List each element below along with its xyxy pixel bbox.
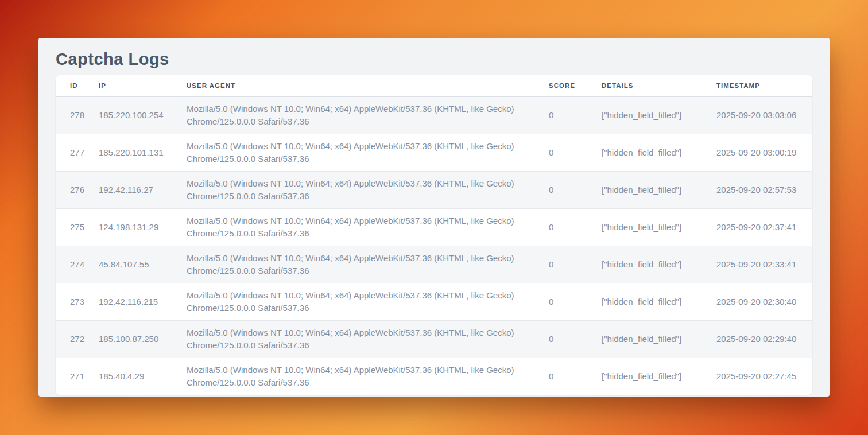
cell-user_agent: Mozilla/5.0 (Windows NT 10.0; Win64; x64… [187, 283, 549, 320]
cell-timestamp: 2025-09-20 03:00:19 [716, 134, 812, 171]
column-header-timestamp: TIMESTAMP [716, 75, 812, 96]
cell-id: 277 [56, 134, 99, 171]
cell-details: ["hidden_field_filled"] [602, 246, 716, 283]
cell-ip: 192.42.116.27 [99, 171, 187, 208]
cell-score: 0 [549, 246, 602, 283]
cell-details: ["hidden_field_filled"] [602, 134, 716, 171]
table-head: IDIPUSER AGENTSCOREDETAILSTIMESTAMP [56, 75, 812, 96]
cell-timestamp: 2025-09-20 02:29:40 [716, 320, 812, 358]
cell-ip: 185.220.101.131 [99, 134, 187, 171]
cell-ip: 192.42.116.215 [99, 283, 187, 320]
captcha-logs-card: Captcha Logs IDIPUSER AGENTSCOREDETAILST… [38, 38, 830, 397]
cell-user_agent: Mozilla/5.0 (Windows NT 10.0; Win64; x64… [187, 208, 549, 246]
page-background: { "page": { "title": "Captcha Logs" }, "… [0, 0, 868, 435]
cell-timestamp: 2025-09-20 02:37:41 [716, 208, 812, 246]
cell-score: 0 [549, 96, 602, 134]
cell-id: 274 [56, 246, 99, 283]
cell-user_agent: Mozilla/5.0 (Windows NT 10.0; Win64; x64… [187, 246, 549, 283]
cell-details: ["hidden_field_filled"] [602, 283, 716, 320]
cell-score: 0 [549, 134, 602, 171]
table-body: 278185.220.100.254Mozilla/5.0 (Windows N… [56, 96, 812, 395]
table-row: 27445.84.107.55Mozilla/5.0 (Windows NT 1… [56, 246, 812, 283]
cell-id: 278 [56, 96, 99, 134]
page-title: Captcha Logs [56, 47, 812, 71]
cell-timestamp: 2025-09-20 02:30:40 [716, 283, 812, 320]
cell-id: 276 [56, 171, 99, 208]
cell-timestamp: 2025-09-20 02:57:53 [716, 171, 812, 208]
cell-details: ["hidden_field_filled"] [602, 358, 716, 395]
column-header-score: SCORE [549, 75, 602, 96]
cell-details: ["hidden_field_filled"] [602, 320, 716, 358]
cell-score: 0 [549, 171, 602, 208]
cell-ip: 185.220.100.254 [99, 96, 187, 134]
table-row: 273192.42.116.215Mozilla/5.0 (Windows NT… [56, 283, 812, 320]
table-row: 277185.220.101.131Mozilla/5.0 (Windows N… [56, 134, 812, 171]
cell-timestamp: 2025-09-20 02:33:41 [716, 246, 812, 283]
column-header-details: DETAILS [602, 75, 716, 96]
captcha-logs-table: IDIPUSER AGENTSCOREDETAILSTIMESTAMP 2781… [56, 75, 812, 395]
cell-details: ["hidden_field_filled"] [602, 96, 716, 134]
column-header-ip: IP [99, 75, 187, 96]
cell-id: 275 [56, 208, 99, 246]
cell-user_agent: Mozilla/5.0 (Windows NT 10.0; Win64; x64… [187, 320, 549, 358]
cell-timestamp: 2025-09-20 03:03:06 [716, 96, 812, 134]
cell-timestamp: 2025-09-20 02:27:45 [716, 358, 812, 395]
column-header-id: ID [56, 75, 99, 96]
cell-id: 272 [56, 320, 99, 358]
column-header-user_agent: USER AGENT [187, 75, 549, 96]
table-row: 271185.40.4.29Mozilla/5.0 (Windows NT 10… [56, 358, 812, 395]
cell-ip: 45.84.107.55 [99, 246, 187, 283]
table-row: 278185.220.100.254Mozilla/5.0 (Windows N… [56, 96, 812, 134]
table-header-row: IDIPUSER AGENTSCOREDETAILSTIMESTAMP [56, 75, 812, 96]
table-row: 276192.42.116.27Mozilla/5.0 (Windows NT … [56, 171, 812, 208]
cell-id: 273 [56, 283, 99, 320]
cell-user_agent: Mozilla/5.0 (Windows NT 10.0; Win64; x64… [187, 358, 549, 395]
table-row: 275124.198.131.29Mozilla/5.0 (Windows NT… [56, 208, 812, 246]
cell-id: 271 [56, 358, 99, 395]
cell-score: 0 [549, 358, 602, 395]
cell-user_agent: Mozilla/5.0 (Windows NT 10.0; Win64; x64… [187, 96, 549, 134]
cell-ip: 185.100.87.250 [99, 320, 187, 358]
cell-details: ["hidden_field_filled"] [602, 171, 716, 208]
cell-user_agent: Mozilla/5.0 (Windows NT 10.0; Win64; x64… [187, 134, 549, 171]
cell-user_agent: Mozilla/5.0 (Windows NT 10.0; Win64; x64… [187, 171, 549, 208]
table-row: 272185.100.87.250Mozilla/5.0 (Windows NT… [56, 320, 812, 358]
cell-ip: 124.198.131.29 [99, 208, 187, 246]
cell-details: ["hidden_field_filled"] [602, 208, 716, 246]
cell-score: 0 [549, 208, 602, 246]
cell-ip: 185.40.4.29 [99, 358, 187, 395]
cell-score: 0 [549, 320, 602, 358]
logs-table-container: IDIPUSER AGENTSCOREDETAILSTIMESTAMP 2781… [56, 75, 812, 395]
cell-score: 0 [549, 283, 602, 320]
